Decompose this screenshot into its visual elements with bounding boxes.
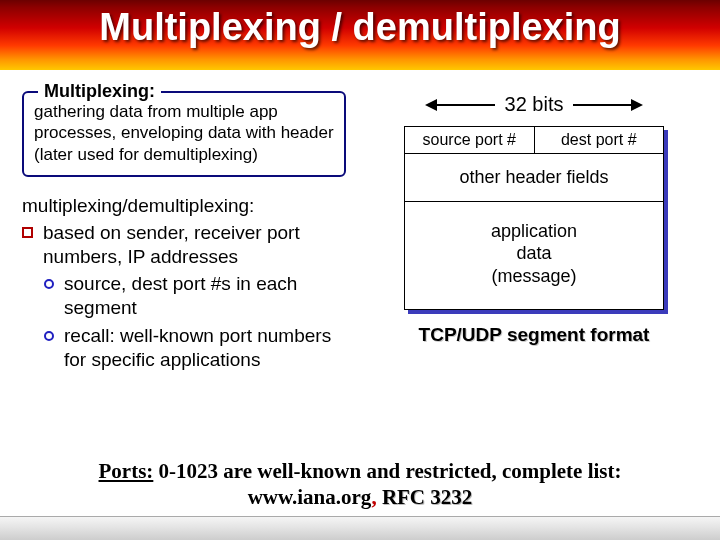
bullet-text: based on sender, receiver port numbers, …: [43, 221, 346, 269]
other-fields-cell: other header fields: [405, 154, 663, 202]
right-column: 32 bits source port # dest port # other …: [360, 85, 698, 516]
port-row: source port # dest port #: [405, 127, 663, 154]
arrow-left-icon: [425, 97, 495, 113]
app-data-cell: application data (message): [405, 202, 663, 310]
footer-url: www.iana.org: [248, 485, 372, 509]
left-column: Multiplexing: gathering data from multip…: [22, 85, 360, 516]
segment-format-caption: TCP/UDP segment format: [419, 324, 650, 346]
app-data-line: application: [409, 220, 659, 243]
subbullet-row: recall: well-known port numbers for spec…: [44, 324, 346, 372]
content-area: Multiplexing: gathering data from multip…: [0, 75, 720, 516]
square-bullet-icon: [22, 227, 33, 238]
footer-note: Ports: 0-1023 are well-known and restric…: [0, 458, 720, 511]
multiplexing-box: Multiplexing: gathering data from multip…: [22, 91, 346, 177]
rfc-label: RFC 3232: [382, 485, 472, 509]
box-body: gathering data from multiple app process…: [34, 101, 334, 165]
footer-line1: 0-1023 are well-known and restricted, co…: [153, 459, 621, 483]
circle-bullet-icon: [44, 279, 54, 289]
app-data-line: (message): [409, 265, 659, 288]
title-bar: Multiplexing / demultiplexing: [0, 0, 720, 70]
source-port-cell: source port #: [405, 127, 534, 153]
mux-demux-heading: multiplexing/demultiplexing:: [22, 195, 346, 217]
ports-label: Ports:: [99, 459, 154, 483]
arrow-right-icon: [573, 97, 643, 113]
app-data-line: data: [409, 242, 659, 265]
bits-label: 32 bits: [505, 93, 564, 116]
comma-icon: ,: [371, 485, 382, 509]
svg-marker-1: [425, 99, 437, 111]
bottom-band: [0, 516, 720, 540]
circle-bullet-icon: [44, 331, 54, 341]
segment-diagram: source port # dest port # other header f…: [404, 126, 664, 310]
bullet-row: based on sender, receiver port numbers, …: [22, 221, 346, 269]
dest-port-cell: dest port #: [534, 127, 664, 153]
box-legend: Multiplexing:: [38, 81, 161, 102]
subbullet-text: source, dest port #s in each segment: [64, 272, 346, 320]
slide-title: Multiplexing / demultiplexing: [99, 6, 620, 49]
bits-width-row: 32 bits: [425, 93, 644, 116]
subbullet-row: source, dest port #s in each segment: [44, 272, 346, 320]
svg-marker-3: [631, 99, 643, 111]
subbullet-text: recall: well-known port numbers for spec…: [64, 324, 346, 372]
